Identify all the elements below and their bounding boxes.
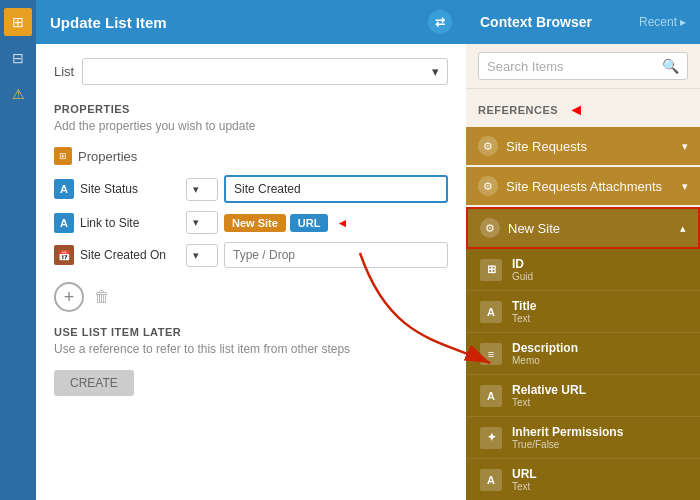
ctx-item-sub-title: Text xyxy=(512,313,536,324)
ctx-section-icon-sra: ⚙ xyxy=(478,176,498,196)
ctx-item-url[interactable]: A URL Text xyxy=(466,459,700,500)
sidebar-icon-panel[interactable]: ⊟ xyxy=(4,44,32,72)
arrow-indicator: ◄ xyxy=(336,216,348,230)
references-header: REFERENCES ◄ xyxy=(466,97,700,127)
props-icon: ⊞ xyxy=(54,147,72,165)
list-dropdown[interactable]: ▾ xyxy=(82,58,448,85)
prop-dropdown-site-status[interactable]: ▾ xyxy=(186,178,218,201)
use-later-desc: Use a reference to refer to this list it… xyxy=(54,342,448,356)
recent-label: Recent xyxy=(639,15,677,29)
context-header: Context Browser Recent ▸ xyxy=(466,0,700,44)
prop-value-site-status[interactable] xyxy=(224,175,448,203)
ctx-item-sub-url: Text xyxy=(512,481,537,492)
search-icon[interactable]: 🔍 xyxy=(662,58,679,74)
ctx-item-sub-id: Guid xyxy=(512,271,533,282)
ctx-section-site-requests: ⚙ Site Requests ▾ xyxy=(466,127,700,165)
prop-type-icon-a: A xyxy=(54,179,74,199)
create-button[interactable]: CREATE xyxy=(54,370,134,396)
ctx-item-name-relurl: Relative URL xyxy=(512,383,586,397)
ctx-item-icon-id: ⊞ xyxy=(480,259,502,281)
props-label: Properties xyxy=(78,149,137,164)
add-row: + 🗑 xyxy=(54,282,448,312)
prop-type-icon-a2: A xyxy=(54,213,74,233)
prop-row-site-status: A Site Status ▾ xyxy=(54,175,448,203)
ctx-item-icon-title: A xyxy=(480,301,502,323)
ctx-section-site-requests-attachments: ⚙ Site Requests Attachments ▾ xyxy=(466,167,700,205)
ctx-item-inherit-permissions[interactable]: ✦ Inherit Permissions True/False xyxy=(466,417,700,459)
prop-dropdown-site-created-on[interactable]: ▾ xyxy=(186,244,218,267)
chevron-icon: ▾ xyxy=(193,183,199,196)
prop-dropdown-link-to-site[interactable]: ▾ xyxy=(186,211,218,234)
references-label: REFERENCES xyxy=(478,104,558,116)
main-panel: Update List Item ⇄ List ▾ PROPERTIES Add… xyxy=(36,0,466,500)
context-title: Context Browser xyxy=(480,14,592,30)
prop-name-link-to-site: Link to Site xyxy=(80,216,180,230)
ctx-section-header-site-requests[interactable]: ⚙ Site Requests ▾ xyxy=(466,127,700,165)
chevron-down-sra: ▾ xyxy=(682,180,688,193)
ctx-item-name-id: ID xyxy=(512,257,533,271)
properties-desc: Add the properties you wish to update xyxy=(54,119,448,133)
prop-row-site-created-on: 📅 Site Created On ▾ xyxy=(54,242,448,268)
search-placeholder: Search Items xyxy=(487,59,564,74)
use-later-title: USE LIST ITEM LATER xyxy=(54,326,448,338)
prop-row-link-to-site: A Link to Site ▾ New Site URL ◄ xyxy=(54,211,448,234)
ctx-item-name-inherit: Inherit Permissions xyxy=(512,425,623,439)
prop-type-icon-cal: 📅 xyxy=(54,245,74,265)
chevron-down-sr: ▾ xyxy=(682,140,688,153)
ctx-item-name-title: Title xyxy=(512,299,536,313)
ctx-item-relative-url[interactable]: A Relative URL Text xyxy=(466,375,700,417)
tag-url: URL xyxy=(290,214,329,232)
sidebar: ⊞ ⊟ ⚠ xyxy=(0,0,36,500)
chevron-icon2: ▾ xyxy=(193,216,199,229)
prop-value-site-created-on[interactable] xyxy=(224,242,448,268)
chevron-right-icon: ▸ xyxy=(680,15,686,29)
ctx-item-icon-desc: ≡ xyxy=(480,343,502,365)
recent-link[interactable]: Recent ▸ xyxy=(639,15,686,29)
delete-icon[interactable]: 🗑 xyxy=(94,288,110,306)
context-body: REFERENCES ◄ ⚙ Site Requests ▾ ⚙ Site Re… xyxy=(466,89,700,500)
create-btn-row: CREATE xyxy=(54,370,448,396)
use-later-section: USE LIST ITEM LATER Use a reference to r… xyxy=(54,326,448,396)
ctx-item-name-desc: Description xyxy=(512,341,578,355)
add-property-button[interactable]: + xyxy=(54,282,84,312)
list-select-row: List ▾ xyxy=(54,58,448,85)
ctx-item-id[interactable]: ⊞ ID Guid xyxy=(466,249,700,291)
search-row: Search Items 🔍 xyxy=(466,44,700,89)
ctx-item-icon-url: A xyxy=(480,469,502,491)
ctx-section-label-sr: Site Requests xyxy=(506,139,587,154)
ctx-item-title[interactable]: A Title Text xyxy=(466,291,700,333)
sidebar-icon-warning[interactable]: ⚠ xyxy=(4,80,32,108)
main-title: Update List Item xyxy=(50,14,167,31)
sync-icon[interactable]: ⇄ xyxy=(428,10,452,34)
link-to-site-value: New Site URL ◄ xyxy=(224,214,448,232)
ctx-section-new-site: ⚙ New Site ▴ ⊞ ID Guid A xyxy=(466,207,700,500)
properties-section-title: PROPERTIES xyxy=(54,103,448,115)
ctx-section-header-new-site[interactable]: ⚙ New Site ▴ xyxy=(466,207,700,249)
chevron-icon3: ▾ xyxy=(193,249,199,262)
ctx-item-icon-inherit: ✦ xyxy=(480,427,502,449)
ctx-item-icon-relurl: A xyxy=(480,385,502,407)
ctx-item-sub-inherit: True/False xyxy=(512,439,623,450)
list-label: List xyxy=(54,64,74,79)
chevron-up-ns: ▴ xyxy=(680,222,686,235)
ctx-section-header-sra[interactable]: ⚙ Site Requests Attachments ▾ xyxy=(466,167,700,205)
ctx-item-sub-desc: Memo xyxy=(512,355,578,366)
chevron-down-icon: ▾ xyxy=(432,64,439,79)
ctx-item-sub-relurl: Text xyxy=(512,397,586,408)
props-header: ⊞ Properties xyxy=(54,147,448,165)
sidebar-icon-list[interactable]: ⊞ xyxy=(4,8,32,36)
ctx-items-new-site: ⊞ ID Guid A Title Text ≡ xyxy=(466,249,700,500)
main-header: Update List Item ⇄ xyxy=(36,0,466,44)
ctx-section-icon-ns: ⚙ xyxy=(480,218,500,238)
prop-name-site-created-on: Site Created On xyxy=(80,248,180,262)
main-content: List ▾ PROPERTIES Add the properties you… xyxy=(36,44,466,500)
context-panel: Context Browser Recent ▸ Search Items 🔍 … xyxy=(466,0,700,500)
ctx-section-icon-sr: ⚙ xyxy=(478,136,498,156)
ctx-section-label-ns: New Site xyxy=(508,221,560,236)
ctx-section-label-sra: Site Requests Attachments xyxy=(506,179,662,194)
references-arrow-icon: ◄ xyxy=(568,101,584,119)
ctx-item-description[interactable]: ≡ Description Memo xyxy=(466,333,700,375)
prop-name-site-status: Site Status xyxy=(80,182,180,196)
ctx-item-name-url: URL xyxy=(512,467,537,481)
search-input-wrapper[interactable]: Search Items 🔍 xyxy=(478,52,688,80)
